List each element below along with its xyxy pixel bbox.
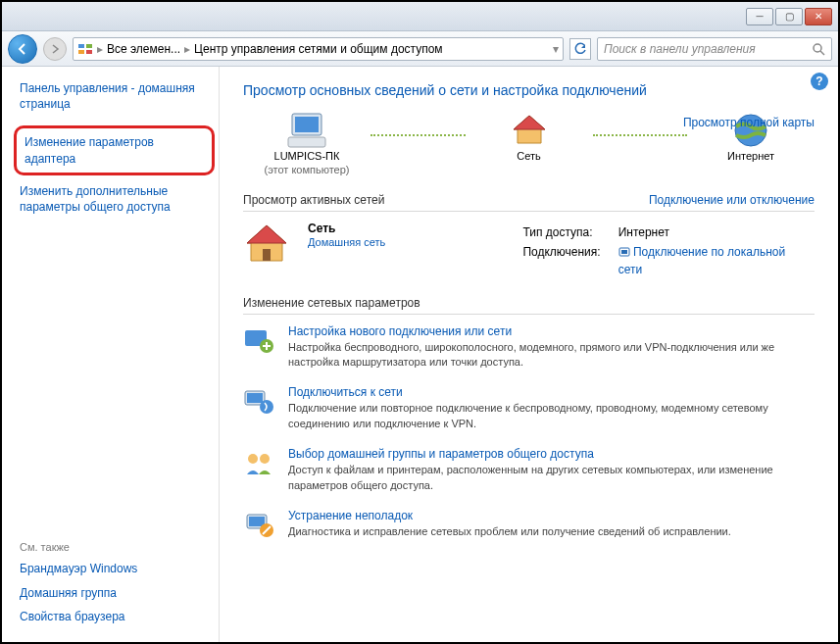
svg-rect-10: [263, 249, 271, 261]
refresh-button[interactable]: [569, 38, 591, 60]
task-desc: Диагностика и исправление сетевых пробле…: [288, 524, 731, 539]
page-title: Просмотр основных сведений о сети и наст…: [243, 82, 815, 98]
window-titlebar: ─ ▢ ✕: [2, 2, 838, 31]
minimize-button[interactable]: ─: [746, 8, 773, 25]
svg-rect-2: [78, 50, 84, 54]
search-icon: [812, 42, 825, 56]
active-network-row: Сеть Домашняя сеть Тип доступа: Интернет…: [243, 222, 815, 280]
chevron-right-icon[interactable]: ▸: [97, 42, 103, 56]
task-homegroup[interactable]: Выбор домашней группы и параметров общег…: [243, 447, 815, 493]
connection-details: Тип доступа: Интернет Подключения: Подкл…: [520, 222, 815, 280]
task-title[interactable]: Подключиться к сети: [288, 385, 815, 399]
navigation-bar: ▸ Все элемен... ▸ Центр управления сетям…: [2, 31, 838, 67]
map-network-label: Сеть: [517, 149, 540, 163]
task-title[interactable]: Выбор домашней группы и параметров общег…: [288, 447, 815, 461]
task-desc: Настройка беспроводного, широкополосного…: [288, 340, 815, 371]
full-map-link[interactable]: Просмотр полной карты: [683, 116, 815, 129]
sidebar-item-adapter-highlight: Изменение параметров адаптера: [14, 125, 215, 174]
active-network-name: Сеть: [308, 222, 335, 235]
task-desc: Доступ к файлам и принтерам, расположенн…: [288, 463, 815, 493]
svg-rect-3: [86, 50, 92, 54]
connections-label: Подключения:: [522, 243, 616, 278]
task-desc: Подключение или повторное подключение к …: [288, 401, 815, 431]
svg-rect-1: [86, 44, 92, 48]
task-troubleshoot[interactable]: Устранение неполадок Диагностика и испра…: [243, 509, 815, 543]
map-node-network: Сеть: [466, 112, 593, 177]
connection-link[interactable]: Подключение по локальной сети: [618, 245, 786, 276]
breadcrumb[interactable]: ▸ Все элемен... ▸ Центр управления сетям…: [73, 37, 564, 61]
control-panel-icon: [77, 41, 93, 57]
breadcrumb-item[interactable]: Все элемен...: [107, 42, 180, 56]
svg-rect-8: [288, 137, 325, 147]
task-new-connection[interactable]: Настройка нового подключения или сети На…: [243, 324, 815, 371]
change-settings-header: Изменение сетевых параметров: [243, 296, 815, 315]
connect-disconnect-link[interactable]: Подключение или отключение: [649, 193, 815, 207]
svg-line-5: [820, 51, 824, 55]
arrow-left-icon: [16, 42, 29, 56]
computer-icon: [286, 112, 327, 149]
task-connect[interactable]: Подключиться к сети Подключение или повт…: [243, 385, 815, 431]
task-title[interactable]: Устранение неполадок: [288, 509, 731, 522]
main-panel: ? Просмотр основных сведений о сети и на…: [220, 67, 838, 642]
sidebar-see-also-label: См. также: [20, 541, 209, 553]
forward-button: [43, 37, 67, 61]
svg-rect-16: [247, 393, 263, 403]
map-pc-label: LUMPICS-ПК: [274, 149, 340, 163]
svg-point-19: [260, 454, 270, 464]
close-button[interactable]: ✕: [805, 8, 832, 25]
back-button[interactable]: [8, 34, 37, 64]
svg-rect-21: [249, 517, 265, 526]
connect-icon: [243, 385, 274, 420]
sidebar-item-adapter[interactable]: Изменение параметров адаптера: [25, 134, 204, 166]
help-icon[interactable]: ?: [811, 73, 828, 90]
svg-rect-0: [78, 44, 84, 48]
svg-rect-7: [295, 117, 319, 132]
new-connection-icon: [243, 324, 274, 359]
sidebar-item-firewall[interactable]: Брандмауэр Windows: [20, 561, 209, 576]
chevron-down-icon[interactable]: ▾: [553, 42, 559, 56]
access-type-label: Тип доступа:: [522, 223, 616, 241]
task-title[interactable]: Настройка нового подключения или сети: [288, 324, 815, 338]
active-network-type-link[interactable]: Домашняя сеть: [308, 236, 385, 248]
chevron-right-icon[interactable]: ▸: [184, 42, 190, 56]
ethernet-icon: [618, 246, 630, 258]
refresh-icon: [573, 42, 587, 56]
sidebar: Панель управления - домашняя страница Из…: [2, 67, 220, 642]
sidebar-item-advanced[interactable]: Изменить дополнительные параметры общего…: [20, 183, 209, 215]
sidebar-home-link[interactable]: Панель управления - домашняя страница: [20, 80, 209, 112]
maximize-button[interactable]: ▢: [775, 8, 803, 25]
svg-point-4: [814, 44, 821, 52]
homegroup-icon: [243, 447, 274, 481]
home-network-icon: [243, 222, 290, 268]
access-type-value: Интернет: [618, 223, 813, 241]
troubleshoot-icon: [243, 509, 274, 543]
search-placeholder: Поиск в панели управления: [604, 42, 756, 56]
arrow-right-icon: [50, 44, 60, 54]
map-internet-label: Интернет: [727, 149, 774, 163]
svg-point-18: [248, 454, 258, 464]
search-input[interactable]: Поиск в панели управления: [597, 37, 832, 61]
network-map: Просмотр полной карты LUMPICS-ПК (этот к…: [243, 112, 815, 177]
sidebar-item-browser[interactable]: Свойства браузера: [20, 609, 209, 624]
breadcrumb-item[interactable]: Центр управления сетями и общим доступом: [194, 42, 443, 56]
map-pc-sublabel: (этот компьютер): [264, 163, 349, 176]
svg-rect-12: [621, 250, 627, 254]
house-network-icon: [510, 112, 549, 149]
active-networks-header: Просмотр активных сетей Подключение или …: [243, 193, 815, 212]
map-node-pc: LUMPICS-ПК (этот компьютер): [243, 112, 371, 177]
sidebar-item-homegroup[interactable]: Домашняя группа: [20, 585, 209, 601]
